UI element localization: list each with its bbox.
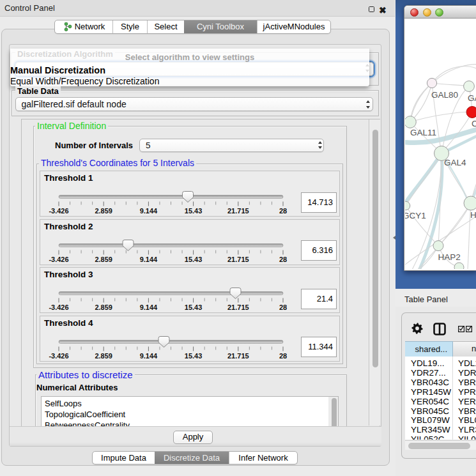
svg-text:-3.426: -3.426 xyxy=(49,351,68,359)
svg-text:15.43: 15.43 xyxy=(185,207,203,215)
svg-text:H: H xyxy=(470,210,476,220)
svg-text:GCY1: GCY1 xyxy=(405,211,426,220)
svg-text:GA: GA xyxy=(468,93,476,103)
svg-text:2.859: 2.859 xyxy=(95,207,112,215)
svg-text:21.715: 21.715 xyxy=(227,351,249,359)
svg-text:-3.426: -3.426 xyxy=(49,207,68,215)
svg-text:28: 28 xyxy=(279,303,287,311)
svg-text:28: 28 xyxy=(279,255,287,263)
svg-text:-3.426: -3.426 xyxy=(49,255,68,263)
svg-text:21.715: 21.715 xyxy=(227,303,249,311)
svg-text:-3.426: -3.426 xyxy=(49,303,68,311)
svg-text:GAL4: GAL4 xyxy=(444,158,466,167)
svg-text:GAL11: GAL11 xyxy=(410,128,436,137)
svg-text:21.715: 21.715 xyxy=(227,255,249,263)
svg-text:GAL80: GAL80 xyxy=(431,90,458,100)
svg-text:2.859: 2.859 xyxy=(95,351,112,359)
svg-text:28: 28 xyxy=(279,351,287,359)
svg-text:2.859: 2.859 xyxy=(95,255,112,263)
svg-text:15.43: 15.43 xyxy=(185,351,203,359)
svg-text:15.43: 15.43 xyxy=(185,255,203,263)
svg-text:C: C xyxy=(472,119,476,128)
svg-text:28: 28 xyxy=(279,207,287,215)
svg-text:15.43: 15.43 xyxy=(185,303,203,311)
svg-text:9.144: 9.144 xyxy=(140,207,158,215)
svg-text:21.715: 21.715 xyxy=(227,207,249,215)
svg-text:2.859: 2.859 xyxy=(95,303,112,311)
svg-text:HAP2: HAP2 xyxy=(438,252,461,262)
svg-text:9.144: 9.144 xyxy=(140,351,158,359)
svg-text:9.144: 9.144 xyxy=(140,255,158,263)
svg-text:9.144: 9.144 xyxy=(140,303,158,311)
